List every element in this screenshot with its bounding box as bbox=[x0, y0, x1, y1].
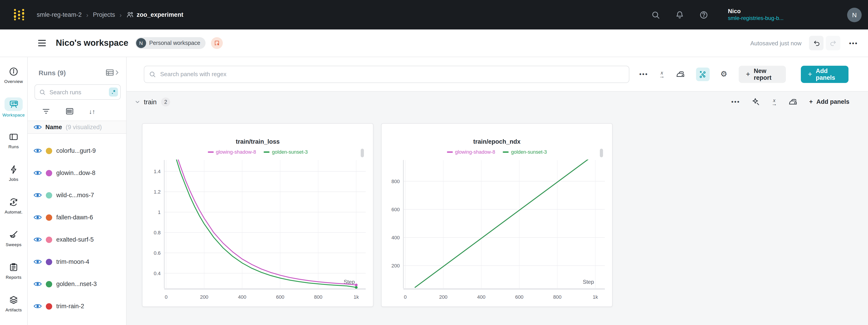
plus-icon: + bbox=[746, 70, 750, 78]
section-overflow-menu[interactable]: ••• bbox=[731, 98, 740, 105]
run-row[interactable]: fallen-dawn-6 bbox=[28, 206, 126, 228]
workspace-overflow-menu[interactable]: ••• bbox=[849, 40, 858, 46]
run-list-name-header[interactable]: Name (9 visualized) bbox=[28, 121, 126, 134]
visibility-eye-icon[interactable] bbox=[34, 237, 42, 242]
visibility-eye-icon[interactable] bbox=[34, 303, 42, 309]
chart-panel-train-loss[interactable]: train/train_loss glowing-shadow-8 golden… bbox=[142, 123, 373, 307]
panels-overflow-menu[interactable]: ••• bbox=[639, 71, 648, 77]
expand-table-chevron-icon[interactable] bbox=[114, 70, 120, 75]
sort-runs-icon[interactable]: ↓↑ bbox=[89, 108, 95, 115]
run-color-dot bbox=[46, 236, 52, 243]
sampling-scatter-toggle-icon[interactable] bbox=[696, 67, 709, 81]
visibility-eye-icon[interactable] bbox=[34, 170, 42, 176]
workspace-icon bbox=[4, 97, 23, 111]
train-section-header: train 2 ••• x→ bbox=[127, 92, 868, 112]
run-row[interactable]: golden...nset-3 bbox=[28, 273, 126, 295]
sidebar-item-label: Workspace bbox=[2, 112, 25, 118]
chart-panel-epoch-ndx[interactable]: train/epoch_ndx glowing-shadow-8 golden-… bbox=[381, 123, 613, 307]
runs-table-icon[interactable] bbox=[105, 68, 114, 77]
workspace-avatar: N bbox=[136, 38, 146, 48]
user-avatar[interactable]: N bbox=[847, 7, 862, 22]
user-menu[interactable]: Nico smle-registries-bug-b... bbox=[728, 8, 784, 22]
run-row[interactable]: glowin...dow-8 bbox=[28, 162, 126, 184]
run-search-input[interactable] bbox=[49, 88, 106, 96]
run-name: colorfu...gurt-9 bbox=[56, 147, 96, 154]
x-axis-settings-icon[interactable]: x→ bbox=[772, 98, 777, 105]
wandb-logo[interactable] bbox=[12, 7, 26, 23]
sidebar-item-label: Automat. bbox=[4, 209, 23, 215]
notifications-bell-icon[interactable] bbox=[675, 10, 684, 19]
run-row[interactable]: trim-rain-2 bbox=[28, 295, 126, 317]
artifacts-icon bbox=[4, 294, 23, 306]
x-axis-settings-icon[interactable]: x→ bbox=[659, 70, 664, 78]
visibility-eye-icon[interactable] bbox=[34, 124, 42, 130]
panel-drag-handle[interactable] bbox=[361, 149, 364, 157]
run-row[interactable]: wild-c...mos-7 bbox=[28, 184, 126, 206]
run-row[interactable]: colorfu...gurt-9 bbox=[28, 140, 126, 162]
run-row[interactable]: trim-moon-4 bbox=[28, 251, 126, 273]
run-list-controls: ↓↑ bbox=[28, 100, 126, 121]
run-color-dot bbox=[46, 303, 52, 310]
sidebar-item-reports[interactable]: Reports bbox=[0, 254, 27, 287]
user-org-link[interactable]: smle-registries-bug-b... bbox=[728, 15, 784, 22]
filter-runs-icon[interactable] bbox=[42, 107, 50, 115]
visibility-eye-icon[interactable] bbox=[34, 215, 42, 220]
unsaved-bookmark-button[interactable] bbox=[211, 37, 223, 49]
runs-sidebar: Runs (9) .* bbox=[28, 57, 127, 325]
name-column-header: Name bbox=[45, 124, 62, 131]
menu-hamburger-icon[interactable] bbox=[38, 40, 46, 46]
topbar-right: Nico smle-registries-bug-b... N bbox=[651, 7, 868, 22]
smoothing-iron-icon[interactable] bbox=[675, 70, 685, 78]
sidebar-item-jobs[interactable]: Jobs bbox=[0, 156, 27, 189]
sidebar-item-workspace[interactable]: Workspace bbox=[0, 91, 27, 124]
help-icon[interactable] bbox=[700, 10, 709, 19]
redo-button[interactable] bbox=[826, 36, 841, 50]
panel-search-input[interactable] bbox=[159, 70, 624, 78]
plus-icon: + bbox=[809, 98, 813, 105]
search-icon bbox=[39, 89, 46, 95]
line-chart-epoch-ndx[interactable]: 02004006008001k200400600800Step bbox=[381, 124, 612, 306]
breadcrumb-separator: › bbox=[86, 11, 88, 19]
smoothing-iron-icon[interactable] bbox=[788, 97, 798, 106]
sidebar-item-sweeps[interactable]: Sweeps bbox=[0, 222, 27, 254]
breadcrumb-projects[interactable]: Projects bbox=[93, 11, 115, 18]
run-name: exalted-surf-5 bbox=[56, 236, 94, 243]
breadcrumb-separator: › bbox=[120, 11, 122, 19]
settings-gear-icon[interactable]: ⚙ bbox=[720, 69, 727, 79]
sidebar-item-runs[interactable]: Runs bbox=[0, 124, 27, 156]
add-panels-button[interactable]: + Add panels bbox=[801, 65, 848, 83]
search-icon[interactable] bbox=[651, 10, 660, 19]
section-name[interactable]: train bbox=[144, 98, 157, 105]
undo-button[interactable] bbox=[809, 36, 824, 50]
visibility-eye-icon[interactable] bbox=[34, 281, 42, 287]
new-report-button[interactable]: + New report bbox=[739, 65, 786, 83]
run-name: fallen-dawn-6 bbox=[56, 214, 93, 221]
svg-text:0.8: 0.8 bbox=[154, 230, 161, 235]
visibility-eye-icon[interactable] bbox=[34, 259, 42, 265]
panel-drag-handle[interactable] bbox=[600, 149, 603, 157]
svg-text:400: 400 bbox=[391, 235, 400, 240]
svg-text:0.6: 0.6 bbox=[154, 250, 161, 256]
regex-toggle-button[interactable]: .* bbox=[109, 88, 118, 97]
run-row[interactable]: exalted-surf-5 bbox=[28, 228, 126, 251]
sidebar-item-overview[interactable]: Overview bbox=[0, 59, 27, 91]
section-add-panels-button[interactable]: + Add panels bbox=[809, 98, 849, 105]
visibility-eye-icon[interactable] bbox=[34, 192, 42, 198]
run-color-dot bbox=[46, 170, 52, 176]
collapse-chevron-icon[interactable] bbox=[135, 99, 140, 104]
workspace-header: Nico's workspace N Personal workspace Au… bbox=[0, 29, 868, 57]
search-icon bbox=[149, 70, 156, 78]
run-columns-list-icon[interactable] bbox=[65, 107, 74, 115]
undo-icon bbox=[813, 39, 820, 47]
sidebar-item-artifacts[interactable]: Artifacts bbox=[0, 287, 27, 320]
personal-workspace-badge[interactable]: N Personal workspace bbox=[135, 37, 206, 49]
sidebar-item-automat[interactable]: Automat. bbox=[0, 189, 27, 222]
sparkle-pin-icon[interactable] bbox=[752, 97, 760, 106]
breadcrumb-project[interactable]: zoo_experiment bbox=[126, 11, 183, 19]
breadcrumb-team[interactable]: smle-reg-team-2 bbox=[37, 11, 82, 18]
visibility-eye-icon[interactable] bbox=[34, 148, 42, 154]
workspace-title[interactable]: Nico's workspace bbox=[56, 38, 128, 48]
line-chart-train-loss[interactable]: 02004006008001k0.40.60.811.21.4Step bbox=[143, 124, 373, 306]
svg-text:0.4: 0.4 bbox=[154, 270, 161, 276]
sidebar-item-label: Artifacts bbox=[5, 307, 22, 312]
